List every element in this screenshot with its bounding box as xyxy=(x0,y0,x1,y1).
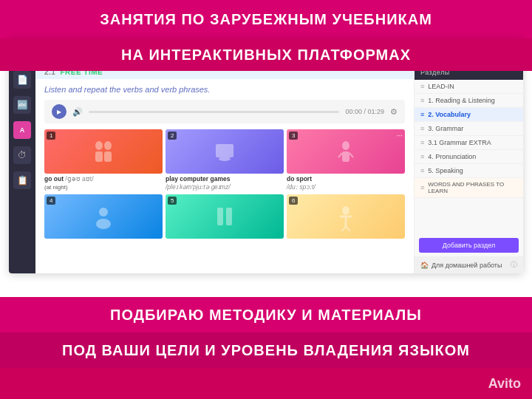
section-item-pronunciation[interactable]: ≡ 4. Pronunciation xyxy=(415,150,523,164)
grid-image-6: 6 xyxy=(287,194,405,239)
grid-item-3[interactable]: 3 ··· do xyxy=(287,129,405,191)
svg-rect-1 xyxy=(95,151,103,162)
grid-image-4: 4 xyxy=(44,194,163,239)
homework-item[interactable]: 🏠 Для домашней работы ⓘ xyxy=(415,256,523,273)
img-number-3: 3 xyxy=(289,132,298,140)
grid-item-5[interactable]: 5 xyxy=(166,194,284,239)
sections-panel: Разделы ≡ LEAD-IN ≡ 1. Reading & Listeni… xyxy=(414,65,523,273)
sidebar-icon-list[interactable]: 📋 xyxy=(13,171,31,189)
svg-line-8 xyxy=(338,153,342,157)
grid-image-2: 2 xyxy=(166,129,284,174)
section-item-grammar-extra[interactable]: ≡ 3.1 Grammar EXTRA xyxy=(415,136,523,150)
bottom-banner-2: ПОД ВАШИ ЦЕЛИ И УРОВЕНЬ ВЛАДЕНИЯ ЯЗЫКОМ xyxy=(0,332,532,368)
content-area: Listen and repeat the verbs and verb phr… xyxy=(35,79,414,273)
bottom-banner-2-text: ПОД ВАШИ ЦЕЛИ И УРОВЕНЬ ВЛАДЕНИЯ ЯЗЫКОМ xyxy=(62,342,470,359)
grid-caption-2: play computer games /pleɪ kəm'pjuːtə ɡeɪ… xyxy=(166,175,284,191)
section-list: ≡ LEAD-IN ≡ 1. Reading & Listening ≡ 2. … xyxy=(415,80,523,234)
svg-rect-12 xyxy=(217,208,223,225)
bottom-banner-1: ПОДБИРАЮ МЕТОДИКУ И МАТЕРИАЛЫ xyxy=(0,297,532,332)
svg-point-6 xyxy=(342,141,349,150)
section-item-vocabulary[interactable]: ≡ 2. Vocabulary xyxy=(415,108,523,122)
section-item-words-phrases[interactable]: ≡ WORDS AND PHRASES TO LEARN xyxy=(415,178,523,198)
grid-caption-1: go out /ɡəʊ aʊt/ (at night) xyxy=(44,175,163,191)
grid-item-2[interactable]: 2 play computer games /pleɪ kəm'pjuːtə ɡ… xyxy=(166,129,284,191)
grid-image-1: 1 xyxy=(44,129,163,174)
svg-point-11 xyxy=(96,219,111,229)
audio-time: 00:00 / 01:29 xyxy=(345,108,384,115)
add-section-button[interactable]: Добавить раздел xyxy=(419,238,519,253)
app-main: 2.1 FREE TIME Listen and repeat the verb… xyxy=(35,65,414,273)
svg-point-2 xyxy=(104,141,112,150)
volume-button[interactable]: 🔊 xyxy=(72,107,83,117)
grid-caption-3: do sport /duː spɔːt/ xyxy=(287,175,405,191)
audio-settings-icon[interactable]: ⚙ xyxy=(390,107,398,117)
grid-image-3: 3 ··· xyxy=(287,129,405,174)
svg-line-9 xyxy=(349,153,353,157)
img-more-icon: ··· xyxy=(397,132,403,140)
svg-line-17 xyxy=(341,227,346,231)
svg-line-18 xyxy=(346,227,350,231)
grid-item-4[interactable]: 4 xyxy=(44,194,163,239)
img-number-2: 2 xyxy=(168,132,177,140)
svg-rect-7 xyxy=(342,151,349,162)
audio-progress-bar[interactable] xyxy=(89,111,339,113)
top-banner: ЗАНЯТИЯ ПО ЗАРУБЕЖНЫМ УЧЕБНИКАМ xyxy=(0,0,532,38)
watermark-area: Avito xyxy=(0,368,532,399)
grid-image-5: 5 xyxy=(166,194,284,239)
sidebar-icon-timer[interactable]: ⏱ xyxy=(13,146,31,164)
sidebar-icon-doc[interactable]: 📄 xyxy=(13,71,31,89)
svg-point-10 xyxy=(99,208,108,216)
app-screenshot: P ProgressMe ◀ Назад A ▶ 📄 🔤 A ⏱ 📋 2.1 F… xyxy=(9,38,523,273)
app-sidebar: 📄 🔤 A ⏱ 📋 xyxy=(9,65,35,273)
app-body: 📄 🔤 A ⏱ 📋 2.1 FREE TIME Listen and repea… xyxy=(9,65,523,273)
bottom-banner-1-text: ПОДБИРАЮ МЕТОДИКУ И МАТЕРИАЛЫ xyxy=(110,307,422,324)
svg-point-0 xyxy=(95,141,103,150)
svg-rect-4 xyxy=(216,144,233,157)
img-number-1: 1 xyxy=(47,132,55,140)
img-number-6: 6 xyxy=(289,197,298,205)
img-number-5: 5 xyxy=(168,197,177,205)
section-item-speaking[interactable]: ≡ 5. Speaking xyxy=(415,164,523,178)
audio-player: ▶ 🔊 00:00 / 01:29 ⚙ xyxy=(44,100,405,123)
top-banner-text: ЗАНЯТИЯ ПО ЗАРУБЕЖНЫМ УЧЕБНИКАМ xyxy=(100,11,432,28)
instruction-text: Listen and repeat the verbs and verb phr… xyxy=(44,85,405,94)
grid-item-1[interactable]: 1 go ou xyxy=(44,129,163,191)
svg-rect-13 xyxy=(226,208,232,225)
middle-banner-text: НА ИНТЕРАКТИВНЫХ ПЛАТФОРМАХ xyxy=(121,47,411,64)
svg-point-5 xyxy=(219,157,231,161)
img-number-4: 4 xyxy=(47,197,55,205)
middle-banner: НА ИНТЕРАКТИВНЫХ ПЛАТФОРМАХ xyxy=(0,38,532,71)
section-item-grammar[interactable]: ≡ 3. Grammar xyxy=(415,122,523,136)
sidebar-icon-a[interactable]: A xyxy=(13,121,31,139)
sidebar-icon-text[interactable]: 🔤 xyxy=(13,96,31,114)
image-grid: 1 go ou xyxy=(44,129,405,239)
play-button[interactable]: ▶ xyxy=(52,104,66,119)
grid-item-6[interactable]: 6 xyxy=(287,194,405,239)
avito-logo: Avito xyxy=(488,376,521,392)
section-item-lead-in[interactable]: ≡ LEAD-IN xyxy=(415,80,523,94)
svg-rect-3 xyxy=(104,151,112,162)
svg-point-14 xyxy=(342,206,349,215)
section-item-reading[interactable]: ≡ 1. Reading & Listening xyxy=(415,94,523,108)
